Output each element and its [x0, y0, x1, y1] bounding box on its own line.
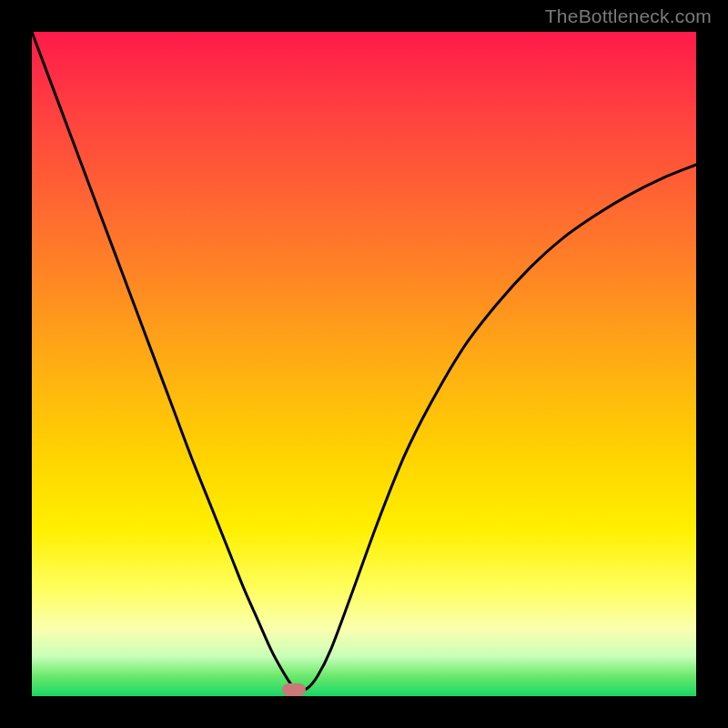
- watermark-text: TheBottleneck.com: [545, 5, 712, 27]
- chart-frame: TheBottleneck.com: [0, 0, 728, 728]
- minimum-marker: [282, 683, 306, 696]
- gradient-background: [32, 32, 696, 696]
